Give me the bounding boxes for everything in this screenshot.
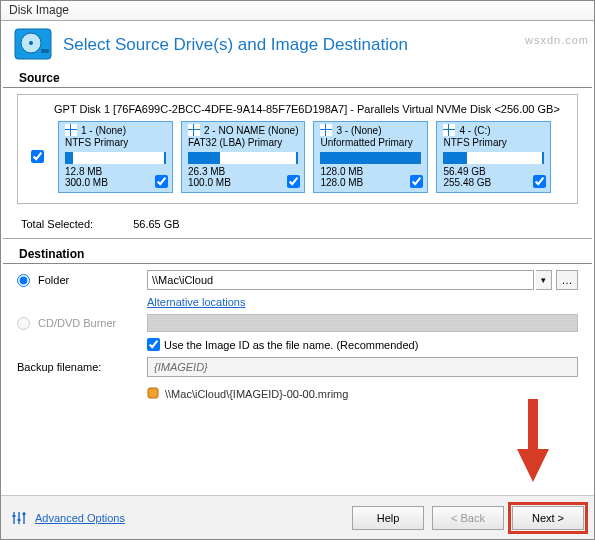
disk-title: GPT Disk 1 [76FA699C-2BCC-4DFE-9A14-85F7…: [26, 101, 569, 121]
partition-tile[interactable]: 4 - (C:)NTFS Primary56.49 GB255.48 GB: [436, 121, 551, 193]
partition-used: 12.8 MB: [65, 166, 108, 177]
burner-select-disabled: [147, 314, 578, 332]
partition-checkbox[interactable]: [533, 175, 546, 188]
next-button[interactable]: Next >: [512, 506, 584, 530]
folder-radio[interactable]: [17, 274, 30, 287]
disk-select-checkbox[interactable]: [31, 150, 44, 163]
partition-checkbox[interactable]: [155, 175, 168, 188]
partition-tile[interactable]: 3 - (None)Unformatted Primary128.0 MB128…: [313, 121, 428, 193]
burner-radio-label: CD/DVD Burner: [38, 317, 116, 329]
back-button: < Back: [432, 506, 504, 530]
partition-type: NTFS Primary: [443, 137, 544, 148]
folder-radio-row[interactable]: Folder: [17, 274, 147, 287]
hard-drive-icon: [13, 27, 53, 63]
partition-id: 2 - NO NAME (None): [204, 125, 298, 136]
partition-list: 1 - (None)NTFS Primary12.8 MB300.0 MB2 -…: [58, 121, 569, 193]
partition-checkbox[interactable]: [287, 175, 300, 188]
folder-path-input[interactable]: [147, 270, 534, 290]
folder-radio-label: Folder: [38, 274, 69, 286]
partition-used: 56.49 GB: [443, 166, 491, 177]
partition-usage-bar: [320, 152, 421, 164]
ellipsis-icon: …: [562, 274, 573, 286]
svg-rect-8: [71, 130, 77, 136]
reflect-file-icon: [147, 387, 159, 401]
partition-type: NTFS Primary: [65, 137, 166, 148]
svg-rect-13: [194, 130, 200, 136]
partition-checkbox[interactable]: [410, 175, 423, 188]
destination-area: Folder ▾ … Alternative locations CD/DVD …: [1, 270, 594, 401]
svg-rect-27: [23, 513, 26, 515]
use-image-id-checkbox[interactable]: [147, 338, 160, 351]
total-selected-row: Total Selected: 56.65 GB: [3, 214, 592, 239]
svg-rect-24: [148, 388, 158, 398]
svg-rect-3: [41, 49, 49, 53]
partition-total: 300.0 MB: [65, 177, 108, 188]
window-title: Disk Image: [9, 3, 69, 17]
disk-image-wizard-window: Disk Image Select Source Drive(s) and Im…: [0, 0, 595, 540]
partition-total: 100.0 MB: [188, 177, 231, 188]
backup-filename-label: Backup filename:: [17, 361, 147, 373]
svg-rect-21: [449, 124, 455, 129]
windows-flag-icon: [65, 124, 77, 136]
destination-section-label: Destination: [3, 247, 592, 264]
partition-id: 1 - (None): [81, 125, 126, 136]
page-title: Select Source Drive(s) and Image Destina…: [63, 35, 408, 55]
windows-flag-icon: [188, 124, 200, 136]
svg-rect-17: [320, 130, 325, 136]
partition-tile[interactable]: 2 - NO NAME (None)FAT32 (LBA) Primary26.…: [181, 121, 305, 193]
windows-flag-icon: [443, 124, 455, 136]
use-image-id-label: Use the Image ID as the file name. (Reco…: [164, 339, 418, 351]
partition-id: 4 - (C:): [459, 125, 490, 136]
wizard-header: Select Source Drive(s) and Image Destina…: [1, 21, 594, 71]
alternative-locations-link[interactable]: Alternative locations: [147, 296, 245, 308]
partition-usage-bar: [65, 152, 166, 164]
svg-rect-25: [13, 515, 16, 517]
watermark-text: wsxdn.com: [525, 34, 589, 46]
chevron-down-icon: ▾: [541, 275, 546, 285]
partition-id: 3 - (None): [336, 125, 381, 136]
sliders-icon: [11, 510, 27, 526]
svg-rect-12: [188, 130, 193, 136]
partition-tile[interactable]: 1 - (None)NTFS Primary12.8 MB300.0 MB: [58, 121, 173, 193]
burner-radio-row: CD/DVD Burner: [17, 317, 147, 330]
svg-rect-15: [320, 124, 325, 129]
source-section-label: Source: [3, 71, 592, 88]
window-titlebar: Disk Image: [1, 1, 594, 21]
partition-used: 128.0 MB: [320, 166, 363, 177]
total-selected-label: Total Selected:: [21, 218, 93, 230]
svg-rect-10: [188, 124, 193, 129]
svg-rect-22: [443, 130, 448, 136]
partition-usage-bar: [443, 152, 544, 164]
wizard-footer: Advanced Options Help < Back Next >: [1, 495, 594, 539]
svg-rect-18: [326, 130, 332, 136]
svg-rect-6: [71, 124, 77, 129]
help-button[interactable]: Help: [352, 506, 424, 530]
partition-total: 255.48 GB: [443, 177, 491, 188]
backup-filename-field[interactable]: {IMAGEID}: [147, 357, 578, 377]
advanced-options-link[interactable]: Advanced Options: [35, 512, 125, 524]
partition-usage-bar: [188, 152, 298, 164]
svg-rect-16: [326, 124, 332, 129]
folder-browse-button[interactable]: …: [556, 270, 578, 290]
folder-dropdown-button[interactable]: ▾: [536, 270, 552, 290]
output-path-text: \\Mac\iCloud\{IMAGEID}-00-00.mrimg: [165, 388, 348, 400]
partition-type: FAT32 (LBA) Primary: [188, 137, 298, 148]
partition-total: 128.0 MB: [320, 177, 363, 188]
svg-rect-23: [449, 130, 455, 136]
windows-flag-icon: [320, 124, 332, 136]
partition-used: 26.3 MB: [188, 166, 231, 177]
partition-type: Unformatted Primary: [320, 137, 421, 148]
svg-rect-20: [443, 124, 448, 129]
svg-rect-11: [194, 124, 200, 129]
burner-radio: [17, 317, 30, 330]
svg-rect-7: [65, 130, 70, 136]
svg-rect-26: [18, 519, 21, 521]
total-selected-value: 56.65 GB: [133, 218, 179, 230]
svg-rect-5: [65, 124, 70, 129]
source-disk-box: GPT Disk 1 [76FA699C-2BCC-4DFE-9A14-85F7…: [17, 94, 578, 204]
svg-point-2: [29, 41, 33, 45]
